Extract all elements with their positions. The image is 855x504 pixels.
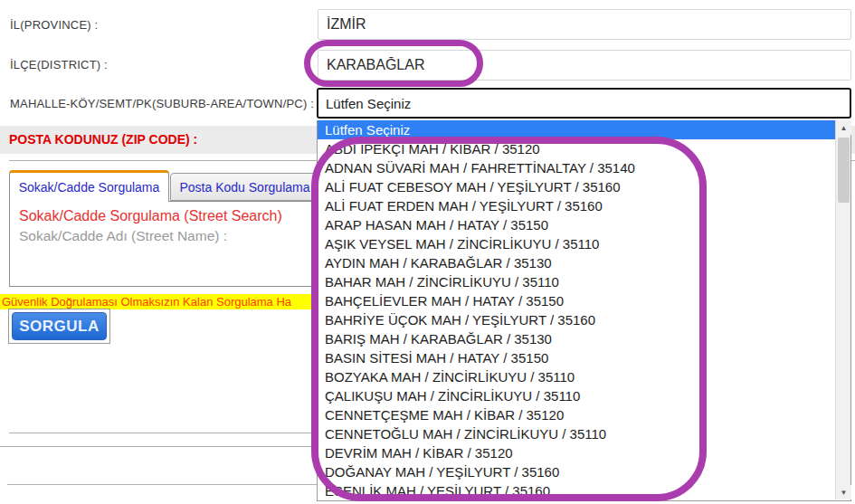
dropdown-option[interactable]: CENNETÇEŞME MAH / KİBAR / 35120 [318, 405, 836, 424]
dropdown-option[interactable]: AYDIN MAH / KARABAĞLAR / 35130 [318, 253, 836, 272]
province-label: İL(PROVINCE) : [10, 18, 98, 32]
province-input[interactable] [318, 9, 851, 40]
dropdown-option[interactable]: ALİ FUAT ERDEN MAH / YEŞİLYURT / 35160 [318, 196, 836, 215]
panel-bottom-border [9, 433, 319, 433]
tab-postal-code-search-label: Posta Kodu Sorgulama [180, 180, 310, 195]
dropdown-option[interactable]: BAHAR MAH / ZİNCİRLİKUYU / 35110 [318, 272, 836, 291]
scroll-down-icon: ▼ [841, 489, 848, 497]
outer-box-bottom-border [7, 484, 319, 485]
dropdown-options: ABDİ İPEKÇİ MAH / KİBAR / 35120 ADNAN SÜ… [318, 139, 836, 500]
suburb-dropdown-list[interactable]: Lütfen Seçiniz ABDİ İPEKÇİ MAH / KİBAR /… [317, 120, 851, 501]
zip-code-label: POSTA KODUNUZ (ZIP CODE) : [9, 126, 197, 154]
street-name-label: Sokak/Cadde Adı (Street Name) : [19, 228, 227, 244]
street-search-panel: Sokak/Cadde Sorgulama (Street Search) So… [9, 201, 319, 287]
tab-street-search-label: Sokak/Cadde Sorgulama [19, 180, 160, 195]
street-search-panel-title: Sokak/Cadde Sorgulama (Street Search) [19, 208, 282, 224]
postal-code-lookup-page: İL(PROVINCE) : İLÇE(DISTRICT) : MAHALLE-… [0, 0, 855, 504]
dropdown-option[interactable]: BARIŞ MAH / KARABAĞLAR / 35130 [318, 329, 836, 348]
district-input[interactable] [318, 50, 851, 81]
suburb-label: MAHALLE-KÖY/SEMT/PK(SUBURB-AREA/TOWN/PC)… [10, 97, 314, 110]
district-label: İLÇE(DISTRICT) : [10, 58, 108, 71]
scroll-up-button[interactable]: ▲ [836, 120, 851, 135]
dropdown-option[interactable]: DOĞANAY MAH / YEŞİLYURT / 35160 [318, 462, 836, 481]
scroll-up-icon: ▲ [841, 124, 848, 132]
tab-street-search[interactable]: Sokak/Cadde Sorgulama [9, 170, 169, 202]
scrollbar-thumb[interactable] [838, 138, 850, 203]
scroll-down-button[interactable]: ▼ [836, 485, 851, 499]
dropdown-option[interactable]: ÇALIKUŞU MAH / ZİNCİRLİKUYU / 35110 [318, 386, 836, 405]
dropdown-option[interactable]: ESENLİK MAH / YEŞİLYURT / 35160 [318, 481, 836, 500]
suburb-select[interactable]: Lütfen Seçiniz [317, 88, 851, 119]
suburb-select-value: Lütfen Seçiniz [326, 96, 411, 111]
query-button[interactable]: SORGULA [12, 312, 107, 340]
dropdown-option[interactable]: ALİ FUAT CEBESOY MAH / YEŞİLYURT / 35160 [318, 177, 836, 196]
quota-notice: Güvenlik Doğrulaması Olmaksızın Kalan So… [0, 294, 322, 309]
dropdown-option[interactable]: BOZYAKA MAH / ZİNCİRLİKUYU / 35110 [318, 367, 836, 386]
dropdown-option[interactable]: ABDİ İPEKÇİ MAH / KİBAR / 35120 [318, 139, 836, 158]
dropdown-option[interactable]: CENNETOĞLU MAH / ZİNCİRLİKUYU / 35110 [318, 424, 836, 443]
dropdown-option[interactable]: BAHRİYE ÜÇOK MAH / YEŞİLYURT / 35160 [318, 310, 836, 329]
section-divider [0, 446, 319, 447]
dropdown-option[interactable]: ADNAN SÜVARİ MAH / FAHRETTİNALTAY / 3514… [318, 158, 836, 177]
dropdown-scrollbar[interactable]: ▲ ▼ [835, 120, 850, 499]
tab-postal-code-search[interactable]: Posta Kodu Sorgulama [170, 173, 319, 201]
dropdown-option-selected[interactable]: Lütfen Seçiniz [318, 120, 836, 139]
dropdown-option[interactable]: BASIN SİTESİ MAH / HATAY / 35150 [318, 348, 836, 367]
dropdown-option[interactable]: ARAP HASAN MAH / HATAY / 35150 [318, 215, 836, 234]
dropdown-option[interactable]: AŞIK VEYSEL MAH / ZİNCİRLİKUYU / 35110 [318, 234, 836, 253]
dropdown-option[interactable]: BAHÇELİEVLER MAH / HATAY / 35150 [318, 291, 836, 310]
dropdown-option[interactable]: DEVRİM MAH / KİBAR / 35120 [318, 443, 836, 462]
